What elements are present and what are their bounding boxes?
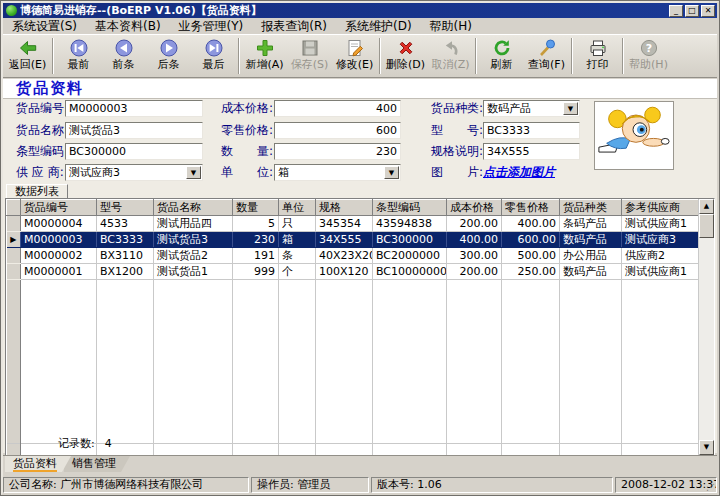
vertical-scrollbar[interactable]: ▲ ▼ bbox=[698, 199, 714, 455]
chevron-down-icon[interactable]: ▼ bbox=[384, 166, 399, 179]
grid-cell[interactable]: 999 bbox=[233, 264, 279, 280]
grid-cell[interactable]: 只 bbox=[279, 216, 316, 232]
grid-cell[interactable]: BC300000 bbox=[373, 232, 447, 248]
grid-cell[interactable]: BC2000000 bbox=[373, 248, 447, 264]
category-select[interactable]: 数码产品▼ bbox=[483, 100, 580, 117]
cost-price-input[interactable]: 400 bbox=[274, 100, 401, 117]
toolbar-button-add[interactable]: 新增(A) bbox=[242, 35, 287, 77]
grid-cell[interactable]: M0000003 bbox=[21, 232, 97, 248]
scroll-down-icon[interactable]: ▼ bbox=[699, 440, 714, 455]
table-row[interactable]: M00000044533测试用品四5只34535443594838200.004… bbox=[7, 216, 703, 232]
menu-item-1[interactable]: 基本资料(B) bbox=[86, 18, 170, 35]
table-row[interactable]: M0000002BX3110测试货品2191条40X23X20BC2000000… bbox=[7, 248, 703, 264]
resize-grip-icon[interactable]: ⋰ bbox=[706, 483, 715, 492]
toolbar-button-print[interactable]: 打印 bbox=[575, 35, 620, 77]
grid-column-header-5[interactable]: 规格 bbox=[316, 200, 373, 216]
grid-cell[interactable]: 500.00 bbox=[502, 248, 560, 264]
toolbar-button-search[interactable]: 查询(F) bbox=[524, 35, 569, 77]
model-input[interactable]: BC3333 bbox=[483, 122, 580, 139]
grid-cell[interactable]: M0000001 bbox=[21, 264, 97, 280]
menu-item-2[interactable]: 业务管理(Y) bbox=[170, 18, 253, 35]
grid-column-header-6[interactable]: 条型编码 bbox=[373, 200, 447, 216]
menu-item-3[interactable]: 报表查询(R) bbox=[252, 18, 336, 35]
toolbar-button-edit[interactable]: 修改(E) bbox=[332, 35, 377, 77]
scrollbar-thumb[interactable] bbox=[699, 214, 714, 238]
menu-item-4[interactable]: 系统维护(D) bbox=[336, 18, 421, 35]
menu-item-5[interactable]: 帮助(H) bbox=[421, 18, 481, 35]
scroll-up-icon[interactable]: ▲ bbox=[699, 199, 714, 214]
close-button[interactable]: ✕ bbox=[701, 5, 715, 17]
grid-cell[interactable]: 250.00 bbox=[502, 264, 560, 280]
barcode-input[interactable]: BC300000 bbox=[65, 143, 203, 160]
grid-cell[interactable]: 200.00 bbox=[447, 216, 502, 232]
grid-cell[interactable]: 测试供应商1 bbox=[622, 264, 703, 280]
grid-cell[interactable]: 条 bbox=[279, 248, 316, 264]
toolbar-button-refresh[interactable]: 刷新 bbox=[479, 35, 524, 77]
grid-column-header-3[interactable]: 数量 bbox=[233, 200, 279, 216]
grid-cell[interactable]: 个 bbox=[279, 264, 316, 280]
grid-cell[interactable]: 200.00 bbox=[447, 264, 502, 280]
workspace-tab-0[interactable]: 货品资料 bbox=[5, 456, 71, 472]
grid-cell[interactable]: 4533 bbox=[97, 216, 154, 232]
add-image-link[interactable]: 点击添加图片 bbox=[483, 164, 555, 181]
toolbar-button-delete[interactable]: 删除(D) bbox=[383, 35, 428, 77]
tab-data-list[interactable]: 数据列表 bbox=[6, 184, 68, 198]
grid-cell[interactable]: BX1200 bbox=[97, 264, 154, 280]
chevron-down-icon[interactable]: ▼ bbox=[186, 166, 201, 179]
grid-cell[interactable]: 测试货品1 bbox=[154, 264, 233, 280]
grid-cell[interactable]: 测试货品3 bbox=[154, 232, 233, 248]
grid-cell[interactable]: 345354 bbox=[316, 216, 373, 232]
grid-cell[interactable]: BC3333 bbox=[97, 232, 154, 248]
grid-cell[interactable]: 400.00 bbox=[502, 216, 560, 232]
grid-cell[interactable]: 230 bbox=[233, 232, 279, 248]
menu-item-0[interactable]: 系统设置(S) bbox=[3, 18, 86, 35]
product-name-input[interactable]: 测试货品3 bbox=[65, 122, 203, 139]
workspace-tab-1[interactable]: 销售管理 bbox=[64, 456, 130, 472]
product-code-input[interactable]: M0000003 bbox=[65, 100, 203, 117]
grid-cell[interactable]: 300.00 bbox=[447, 248, 502, 264]
grid-cell[interactable]: 测试应商3 bbox=[622, 232, 703, 248]
grid-cell[interactable]: 191 bbox=[233, 248, 279, 264]
toolbar-button-prev[interactable]: 前条 bbox=[101, 35, 146, 77]
grid-cell[interactable]: 测试供应商1 bbox=[622, 216, 703, 232]
grid-cell[interactable]: 测试用品四 bbox=[154, 216, 233, 232]
grid-cell[interactable]: 400.00 bbox=[447, 232, 502, 248]
grid-cell[interactable]: 条码产品 bbox=[560, 216, 622, 232]
grid-cell[interactable]: 5 bbox=[233, 216, 279, 232]
table-row[interactable]: ▶M0000003BC3333测试货品3230箱34X555BC30000040… bbox=[7, 232, 703, 248]
maximize-button[interactable]: □ bbox=[685, 5, 699, 17]
grid-column-header-4[interactable]: 单位 bbox=[279, 200, 316, 216]
grid-cell[interactable]: 100X120 bbox=[316, 264, 373, 280]
chevron-down-icon[interactable]: ▼ bbox=[563, 102, 578, 115]
toolbar-button-back[interactable]: 返回(E) bbox=[5, 35, 50, 77]
grid-column-header-8[interactable]: 零售价格 bbox=[502, 200, 560, 216]
table-row[interactable]: M0000001BX1200测试货品1999个100X120BC10000000… bbox=[7, 264, 703, 280]
grid-cell[interactable]: 43594838 bbox=[373, 216, 447, 232]
toolbar-button-first[interactable]: 最前 bbox=[56, 35, 101, 77]
grid-cell[interactable]: 600.00 bbox=[502, 232, 560, 248]
grid-cell[interactable]: 数码产品 bbox=[560, 264, 622, 280]
grid-column-header-0[interactable]: 货品编号 bbox=[21, 200, 97, 216]
grid-column-header-1[interactable]: 型号 bbox=[97, 200, 154, 216]
grid-column-header-7[interactable]: 成本价格 bbox=[447, 200, 502, 216]
grid-cell[interactable]: 34X555 bbox=[316, 232, 373, 248]
grid-cell[interactable]: BC100000000 bbox=[373, 264, 447, 280]
grid-column-header-10[interactable]: 参考供应商 bbox=[622, 200, 703, 216]
grid-cell[interactable]: 40X23X20 bbox=[316, 248, 373, 264]
grid-column-header-2[interactable]: 货品名称 bbox=[154, 200, 233, 216]
toolbar-button-next[interactable]: 后条 bbox=[146, 35, 191, 77]
grid-cell[interactable]: 数码产品 bbox=[560, 232, 622, 248]
grid-cell[interactable]: 箱 bbox=[279, 232, 316, 248]
grid-column-header-9[interactable]: 货品种类 bbox=[560, 200, 622, 216]
quantity-input[interactable]: 230 bbox=[274, 143, 401, 160]
grid-cell[interactable]: 供应商2 bbox=[622, 248, 703, 264]
grid-cell[interactable]: 办公用品 bbox=[560, 248, 622, 264]
retail-price-input[interactable]: 600 bbox=[274, 122, 401, 139]
grid-cell[interactable]: M0000004 bbox=[21, 216, 97, 232]
supplier-select[interactable]: 测试应商3▼ bbox=[65, 164, 203, 181]
grid-cell[interactable]: 测试货品2 bbox=[154, 248, 233, 264]
minimize-button[interactable]: _ bbox=[669, 5, 683, 17]
spec-input[interactable]: 34X555 bbox=[483, 143, 580, 160]
grid-cell[interactable]: BX3110 bbox=[97, 248, 154, 264]
toolbar-button-last[interactable]: 最后 bbox=[191, 35, 236, 77]
